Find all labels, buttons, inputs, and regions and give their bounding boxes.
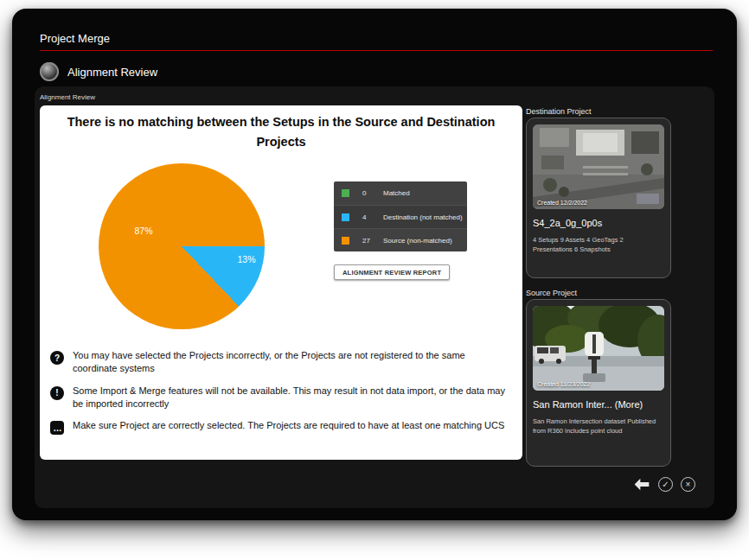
source-created-date: Created 11/23/2022 [537, 381, 590, 387]
footer-actions: ✓ × [633, 477, 695, 492]
pie-chart [99, 163, 265, 329]
destination-project-card: Created 12/2/2022 S4_2a_0g_0p0s 4 Setups… [526, 118, 671, 278]
note-text: Make sure Project are correctly selected… [73, 419, 504, 435]
alignment-review-report-button[interactable]: ALIGNMENT REVIEW REPORT [334, 264, 450, 280]
cancel-button[interactable]: × [681, 477, 695, 492]
aerial-map-image [533, 124, 664, 209]
alignment-result-card: There is no matching between the Setups … [40, 105, 522, 460]
back-arrow-icon [633, 477, 650, 492]
back-button[interactable] [633, 477, 650, 492]
source-project-label: Source Project [526, 289, 577, 297]
check-icon: ✓ [662, 480, 669, 489]
section-title: Alignment Review [67, 66, 157, 79]
pie-label-source: 87% [126, 226, 161, 236]
legend-swatch-source [342, 237, 349, 245]
legend-row-source: 27 Source (non-matched) [334, 228, 467, 251]
destination-project-title: S4_2a_0g_0p0s [533, 218, 664, 228]
source-project-title: San Ramon Inter... (More) [533, 399, 664, 410]
project-merge-window: Project Merge Alignment Review Alignment… [12, 9, 737, 520]
note-row: ! Some Import & Merge features will not … [50, 385, 514, 410]
legend-count: 4 [362, 213, 383, 221]
legend-swatch-destination [342, 213, 349, 221]
source-project-card: Created 11/23/2022 San Ramon Inter... (M… [526, 299, 671, 467]
pie-label-destination: 13% [229, 254, 264, 264]
window-title: Project Merge [40, 32, 110, 45]
note-row: … Make sure Project are correctly select… [50, 419, 514, 435]
section-header: Alignment Review [40, 62, 157, 81]
panel-label: Alignment Review [40, 93, 95, 101]
legend-count: 0 [362, 189, 383, 197]
comment-icon: … [50, 421, 64, 435]
destination-project-description: 4 Setups 9 Assets 4 GeoTags 2 Presentati… [533, 235, 664, 255]
source-thumbnail: Created 11/23/2022 [533, 306, 664, 391]
legend-label: Matched [383, 189, 410, 197]
legend-label: Destination (not matched) [383, 213, 463, 221]
site-photo-image [533, 306, 664, 391]
source-project-name: San Ramon Inter... [533, 399, 612, 410]
note-text: You may have selected the Projects incor… [73, 349, 510, 375]
more-link[interactable]: (More) [615, 399, 643, 410]
legend-row-destination: 4 Destination (not matched) [334, 205, 467, 228]
headline: There is no matching between the Setups … [54, 112, 509, 152]
legend-row-matched: 0 Matched [334, 181, 467, 205]
note-row: ? You may have selected the Projects inc… [50, 349, 514, 375]
destination-project-label: Destination Project [526, 107, 592, 116]
legend-swatch-matched [342, 189, 349, 197]
question-icon: ? [50, 351, 64, 365]
alignment-review-icon [40, 62, 59, 81]
legend-label: Source (non-matched) [383, 237, 452, 245]
notes-list: ? You may have selected the Projects inc… [50, 349, 514, 435]
destination-created-date: Created 12/2/2022 [537, 200, 587, 206]
close-icon: × [686, 480, 691, 489]
header-divider [40, 50, 713, 51]
source-project-description: San Ramon Intersection dataset Published… [533, 417, 664, 436]
content-panel: Alignment Review There is no matching be… [35, 86, 714, 508]
legend-count: 27 [362, 237, 383, 245]
chart-legend: 0 Matched 4 Destination (not matched) 27… [334, 181, 467, 251]
exclamation-icon: ! [50, 386, 64, 400]
destination-thumbnail: Created 12/2/2022 [533, 124, 664, 209]
confirm-button[interactable]: ✓ [658, 477, 673, 492]
note-text: Some Import & Merge features will not be… [73, 385, 510, 410]
